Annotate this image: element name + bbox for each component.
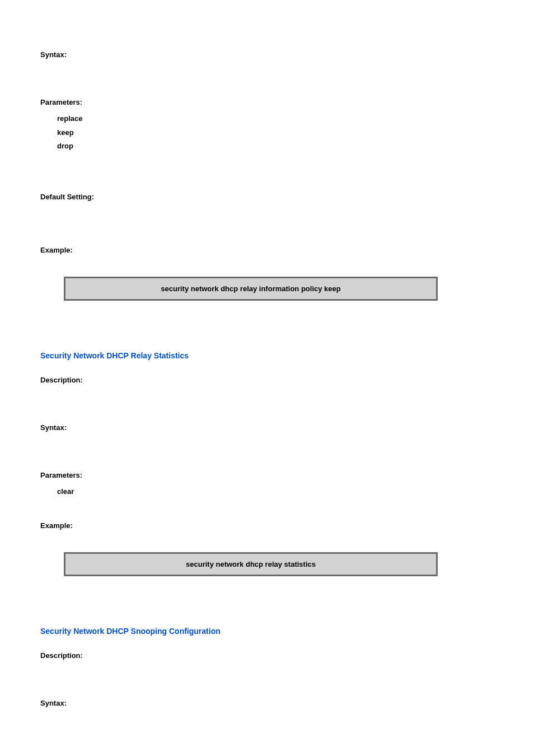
parameter-item: drop (57, 139, 494, 153)
parameter-item: clear (57, 485, 494, 499)
section-heading-snooping-config: Security Network DHCP Snooping Configura… (40, 627, 494, 636)
syntax-label: Syntax: (40, 699, 494, 707)
default-setting-label: Default Setting: (40, 193, 494, 201)
document-page: Syntax: Parameters: replace keep drop De… (0, 0, 534, 741)
parameters-label: Parameters: (40, 471, 494, 479)
code-example-box: security network dhcp relay statistics (64, 552, 438, 576)
code-example-box: security network dhcp relay information … (64, 277, 438, 301)
section-heading-relay-statistics: Security Network DHCP Relay Statistics (40, 351, 494, 360)
syntax-label: Syntax: (40, 50, 494, 59)
parameter-item: replace (57, 112, 494, 126)
example-label: Example: (40, 246, 494, 254)
description-label: Description: (40, 376, 494, 384)
syntax-label: Syntax: (40, 423, 494, 432)
example-label: Example: (40, 521, 494, 530)
description-label: Description: (40, 651, 494, 660)
parameters-label: Parameters: (40, 98, 494, 106)
parameter-item: keep (57, 126, 494, 140)
